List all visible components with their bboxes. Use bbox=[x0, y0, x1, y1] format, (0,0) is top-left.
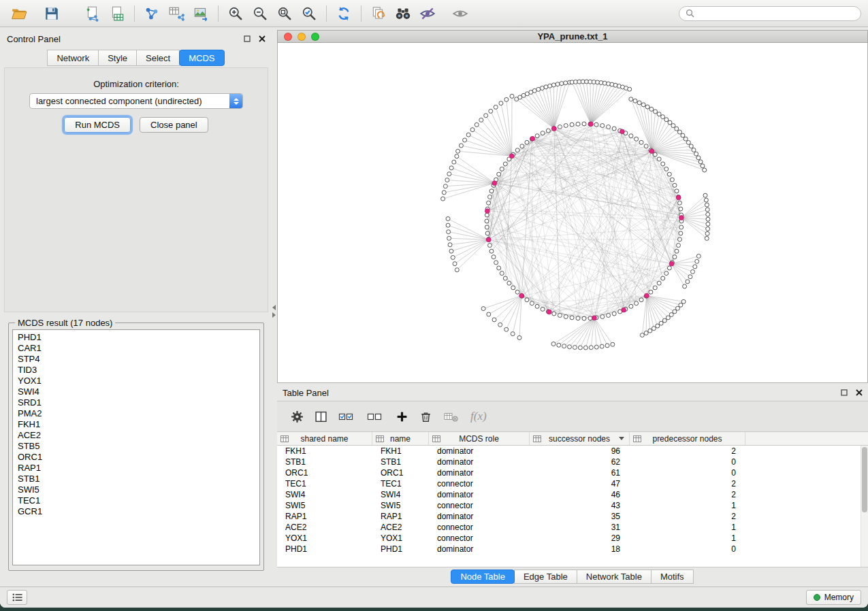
table-cell[interactable]: SWI5 bbox=[372, 500, 429, 511]
export-image-button[interactable] bbox=[189, 3, 213, 24]
table-cell[interactable]: TEC1 bbox=[372, 478, 429, 489]
table-cell[interactable]: connector bbox=[429, 478, 530, 489]
mcds-result-item[interactable]: SRD1 bbox=[13, 397, 259, 408]
table-cell[interactable]: connector bbox=[429, 533, 530, 544]
close-table-panel-button[interactable] bbox=[856, 389, 863, 396]
table-cell[interactable]: 43 bbox=[530, 500, 630, 511]
table-cell[interactable]: 35 bbox=[530, 511, 630, 522]
table-cell[interactable]: 2 bbox=[630, 489, 745, 500]
column-header-predecessor-nodes[interactable]: predecessor nodes bbox=[630, 432, 745, 445]
table-cell[interactable]: ORC1 bbox=[277, 467, 372, 478]
table-row[interactable]: FKH1FKH1dominator962 bbox=[277, 446, 861, 457]
import-network-button[interactable] bbox=[80, 3, 105, 24]
close-panel-action-button[interactable]: Close panel bbox=[140, 117, 208, 133]
table-cell[interactable]: YOX1 bbox=[372, 533, 429, 544]
network-titlebar[interactable]: YPA_prune.txt_1 bbox=[277, 30, 868, 43]
table-row[interactable]: RAP1RAP1dominator352 bbox=[277, 511, 861, 522]
tab-network[interactable]: Network bbox=[47, 50, 99, 66]
search-input[interactable] bbox=[698, 9, 854, 18]
table-cell[interactable]: RAP1 bbox=[372, 511, 429, 522]
table-cell[interactable]: 0 bbox=[630, 457, 745, 467]
mcds-result-item[interactable]: PHD1 bbox=[13, 332, 259, 343]
task-history-button[interactable] bbox=[7, 590, 27, 605]
network-canvas[interactable] bbox=[278, 43, 867, 383]
float-table-panel-button[interactable] bbox=[841, 389, 848, 396]
mcds-result-item[interactable]: PMA2 bbox=[13, 408, 259, 419]
table-row[interactable]: ORC1ORC1dominator610 bbox=[277, 467, 861, 478]
table-scrollbar[interactable] bbox=[861, 446, 868, 567]
table-cell[interactable]: 47 bbox=[530, 478, 630, 489]
new-column-button[interactable] bbox=[396, 410, 408, 423]
table-cell[interactable]: 2 bbox=[630, 478, 745, 489]
table-cell[interactable]: 1 bbox=[630, 500, 745, 511]
tab-edge-table[interactable]: Edge Table bbox=[514, 569, 577, 584]
mcds-result-item[interactable]: GCR1 bbox=[13, 506, 259, 517]
mcds-result-item[interactable]: SWI4 bbox=[13, 386, 259, 397]
select-all-button[interactable] bbox=[338, 410, 356, 423]
table-cell[interactable]: SWI4 bbox=[372, 489, 429, 500]
table-cell[interactable]: dominator bbox=[429, 489, 530, 500]
table-row[interactable]: YOX1YOX1connector291 bbox=[277, 533, 861, 544]
mcds-result-item[interactable]: RAP1 bbox=[13, 463, 259, 474]
table-cell[interactable]: ACE2 bbox=[277, 522, 372, 533]
column-header-shared-name[interactable]: shared name bbox=[277, 432, 372, 445]
column-header-successor-nodes[interactable]: successor nodes bbox=[530, 432, 630, 445]
table-cell[interactable]: SWI4 bbox=[277, 489, 372, 500]
float-panel-button[interactable] bbox=[244, 35, 251, 42]
scrollbar-thumb[interactable] bbox=[862, 447, 867, 512]
tab-motifs[interactable]: Motifs bbox=[651, 569, 694, 584]
tab-mcds[interactable]: MCDS bbox=[179, 50, 224, 66]
mcds-result-item[interactable]: STP4 bbox=[13, 354, 259, 365]
zoom-window-button[interactable] bbox=[311, 33, 319, 41]
table-cell[interactable]: STB1 bbox=[372, 457, 429, 467]
table-cell[interactable]: PHD1 bbox=[277, 544, 372, 555]
table-cell[interactable]: ACE2 bbox=[372, 522, 429, 533]
zoom-out-button[interactable] bbox=[248, 3, 272, 24]
table-row[interactable]: STB1STB1dominator620 bbox=[277, 457, 861, 467]
table-cell[interactable]: 61 bbox=[530, 467, 630, 478]
refresh-view-button[interactable] bbox=[332, 3, 356, 24]
table-cell[interactable]: 29 bbox=[530, 533, 630, 544]
table-cell[interactable]: FKH1 bbox=[277, 446, 372, 457]
zoom-in-button[interactable] bbox=[223, 3, 248, 24]
mcds-result-item[interactable]: STB5 bbox=[13, 441, 259, 452]
criterion-select[interactable]: largest connected component (undirected) bbox=[29, 93, 243, 109]
function-builder-button[interactable]: f(x) bbox=[470, 410, 487, 423]
mcds-result-item[interactable]: FKH1 bbox=[13, 419, 259, 430]
table-cell[interactable]: 0 bbox=[630, 467, 745, 478]
tab-network-table[interactable]: Network Table bbox=[577, 569, 652, 584]
tab-style[interactable]: Style bbox=[98, 50, 137, 66]
mcds-result-item[interactable]: STB1 bbox=[13, 474, 259, 484]
table-cell[interactable]: 2 bbox=[630, 446, 745, 457]
save-session-button[interactable] bbox=[39, 3, 64, 24]
hide-details-button[interactable] bbox=[415, 3, 440, 24]
copy-network-button[interactable] bbox=[366, 3, 391, 24]
table-cell[interactable]: dominator bbox=[429, 511, 530, 522]
table-cell[interactable]: PHD1 bbox=[372, 544, 429, 555]
table-row[interactable]: SWI5SWI5connector431 bbox=[277, 500, 861, 511]
table-row[interactable]: TEC1TEC1connector472 bbox=[277, 478, 861, 489]
run-mcds-button[interactable]: Run MCDS bbox=[64, 117, 131, 133]
close-panel-button[interactable] bbox=[259, 35, 266, 42]
minimize-window-button[interactable] bbox=[298, 33, 306, 41]
table-cell[interactable]: FKH1 bbox=[372, 446, 429, 457]
table-cell[interactable]: connector bbox=[429, 500, 530, 511]
zoom-fit-button[interactable] bbox=[272, 3, 297, 24]
search-network-button[interactable] bbox=[391, 3, 415, 24]
delete-table-button[interactable] bbox=[443, 410, 460, 423]
mcds-result-item[interactable]: TEC1 bbox=[13, 495, 259, 506]
table-cell[interactable]: 2 bbox=[630, 511, 745, 522]
share-network-button[interactable] bbox=[140, 3, 164, 24]
table-cell[interactable]: RAP1 bbox=[277, 511, 372, 522]
delete-column-button[interactable] bbox=[419, 410, 432, 423]
table-cell[interactable]: 18 bbox=[530, 544, 630, 555]
table-cell[interactable]: 1 bbox=[630, 522, 745, 533]
table-cell[interactable]: STB1 bbox=[277, 457, 372, 467]
open-session-button[interactable] bbox=[7, 3, 31, 24]
mcds-result-item[interactable]: YOX1 bbox=[13, 376, 259, 386]
table-cell[interactable]: connector bbox=[429, 522, 530, 533]
table-cell[interactable]: dominator bbox=[429, 467, 530, 478]
network-from-table-button[interactable] bbox=[164, 3, 189, 24]
table-cell[interactable]: 46 bbox=[530, 489, 630, 500]
table-cell[interactable]: 62 bbox=[530, 457, 630, 467]
